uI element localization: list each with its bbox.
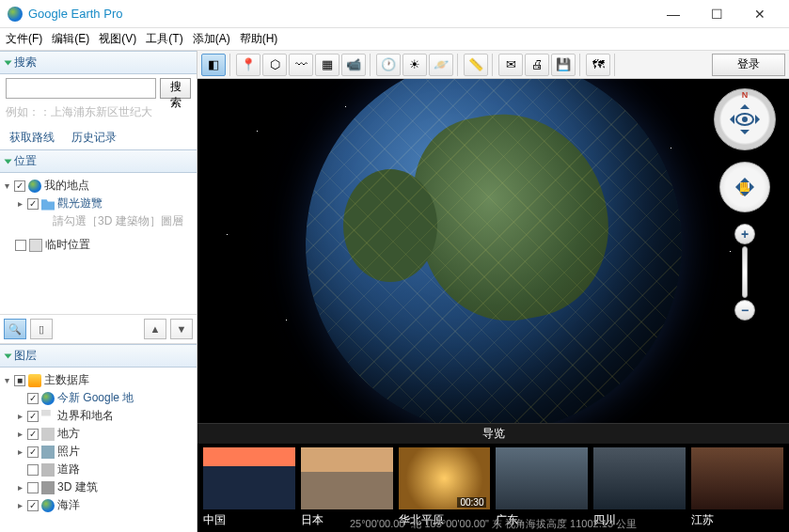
tree-my-places[interactable]: ▾ ✓ 我的地点 — [2, 177, 195, 195]
window-title: Google Earth Pro — [28, 7, 652, 21]
ocean-icon — [41, 499, 55, 512]
path-button[interactable]: 〰 — [289, 54, 313, 76]
layer-item[interactable]: ▸ ✓ 地方 — [2, 425, 195, 443]
flag-icon — [41, 410, 55, 423]
top-toolbar: ◧ 📍 ⬡ 〰 ▦ 📹 🕐 ☀ 🪐 📏 ✉ 🖨 💾 — [197, 51, 789, 79]
pan-control[interactable]: ✋ — [719, 162, 770, 212]
menu-tools[interactable]: 工具(T) — [146, 31, 182, 47]
expander-icon[interactable]: ▸ — [15, 411, 24, 421]
maximize-button[interactable]: ☐ — [695, 0, 738, 28]
history-link[interactable]: 历史记录 — [71, 130, 117, 146]
image-overlay-button[interactable]: ▦ — [315, 54, 339, 76]
checkbox[interactable]: ✓ — [27, 429, 39, 440]
placemark-button[interactable]: 📍 — [236, 54, 260, 76]
sunlight-button[interactable]: ☀ — [402, 54, 427, 76]
tour-title: 导览 — [197, 424, 789, 444]
checkbox[interactable]: ✓ — [27, 393, 39, 404]
checkbox[interactable]: ✓ — [27, 446, 39, 458]
checkbox[interactable] — [27, 482, 39, 493]
panel-search-title: 搜索 — [14, 55, 37, 70]
menu-file[interactable]: 文件(F) — [6, 31, 42, 47]
layer-item[interactable]: ▸ ✓ 海洋 — [2, 496, 195, 514]
maps-button[interactable]: 🗺 — [586, 54, 610, 76]
menu-view[interactable]: 视图(V) — [99, 31, 136, 47]
layer-item[interactable]: ▸ ✓ 边界和地名 — [2, 407, 195, 425]
roads-icon — [41, 463, 55, 477]
history-button[interactable]: 🕐 — [376, 54, 401, 76]
layer-label: 3D 建筑 — [57, 479, 98, 495]
checkbox[interactable]: ✓ — [27, 411, 39, 422]
panel-layers-header[interactable]: 图层 — [0, 344, 197, 368]
nav-controls: ✋ + − — [712, 88, 778, 321]
titlebar: Google Earth Pro — ☐ ✕ — [0, 0, 789, 28]
sightseeing-label: 觀光遊覽 — [57, 196, 103, 211]
panel-places-header[interactable]: 位置 — [0, 149, 197, 173]
expander-icon[interactable]: ▸ — [15, 500, 24, 510]
checkbox[interactable] — [15, 240, 26, 251]
sidebar: 搜索 搜索 例如：：上海浦东新区世纪大 获取路线 历史记录 位置 ▾ ✓ 我的地… — [0, 51, 197, 532]
places-icon — [41, 428, 55, 441]
look-compass[interactable] — [714, 88, 776, 150]
layout-button[interactable]: ▯ — [30, 319, 53, 339]
collapse-icon — [5, 60, 12, 65]
directions-link[interactable]: 获取路线 — [9, 130, 55, 146]
tree-sightseeing-hint: 請勾選［3D 建築物］圖層 — [2, 212, 195, 230]
zoom-in-button[interactable]: + — [734, 224, 755, 244]
expander-icon[interactable]: ▸ — [15, 482, 24, 493]
tree-sightseeing[interactable]: ▸ ✓ 觀光遊覽 — [2, 195, 195, 212]
expander-icon[interactable]: ▾ — [2, 180, 11, 191]
checkbox[interactable]: ✓ — [27, 198, 39, 210]
layer-item[interactable]: ▸ ✓ 照片 — [2, 443, 195, 461]
checkbox[interactable] — [27, 464, 39, 476]
panel-search-body: 搜索 例如：：上海浦东新区世纪大 — [0, 74, 197, 124]
move-down-button[interactable]: ▼ — [170, 319, 193, 339]
close-button[interactable]: ✕ — [738, 0, 781, 28]
tour-bar: 导览 中国 日本 00:30华北平原 广东 四川 江苏 25°00'00.00"… — [197, 423, 789, 532]
collapse-icon — [5, 159, 12, 164]
menu-edit[interactable]: 编辑(E) — [52, 31, 89, 47]
record-tour-button[interactable]: 📹 — [341, 54, 366, 76]
layers-tree: ▾ ■ 主数据库 ✓ 今新 Google 地 ▸ ✓ 边界和地名 ▸ ✓ — [0, 368, 197, 532]
viewport: ◧ 📍 ⬡ 〰 ▦ 📹 🕐 ☀ 🪐 📏 ✉ 🖨 💾 — [197, 51, 789, 532]
layer-label: 海洋 — [57, 497, 80, 513]
earth-icon — [41, 392, 55, 405]
layer-item[interactable]: ▸ 3D 建筑 — [2, 478, 195, 496]
menu-add[interactable]: 添加(A) — [193, 31, 230, 47]
globe[interactable] — [306, 79, 682, 423]
checkbox[interactable]: ✓ — [27, 500, 39, 511]
globe-view[interactable]: ✋ + − — [197, 79, 789, 423]
tree-primary-db[interactable]: ▾ ■ 主数据库 — [2, 371, 195, 389]
places-tree: ▾ ✓ 我的地点 ▸ ✓ 觀光遊覽 請勾選［3D 建築物］圖層 临时位置 — [0, 173, 197, 258]
move-up-button[interactable]: ▲ — [144, 319, 166, 339]
print-button[interactable]: 🖨 — [525, 54, 549, 76]
email-button[interactable]: ✉ — [498, 54, 523, 76]
database-icon — [28, 374, 41, 387]
search-places-button[interactable]: 🔍 — [4, 319, 26, 339]
menu-help[interactable]: 帮助(H) — [240, 31, 278, 47]
layer-item[interactable]: ✓ 今新 Google 地 — [2, 389, 195, 407]
polygon-button[interactable]: ⬡ — [262, 54, 287, 76]
checkbox[interactable]: ■ — [14, 375, 25, 386]
checkbox[interactable]: ✓ — [14, 180, 25, 192]
layer-item[interactable]: 道路 — [2, 461, 195, 478]
places-toolbar: 🔍 ▯ ▲ ▼ — [0, 314, 197, 344]
zoom-control: + − — [734, 224, 755, 321]
login-button[interactable]: 登录 — [712, 54, 785, 76]
search-input[interactable] — [6, 78, 156, 99]
zoom-out-button[interactable]: − — [734, 300, 755, 321]
sidebar-toggle-button[interactable]: ◧ — [201, 54, 226, 76]
panel-search-header[interactable]: 搜索 — [0, 51, 197, 74]
zoom-slider[interactable] — [742, 246, 748, 298]
expander-icon[interactable]: ▸ — [15, 446, 24, 457]
folder-icon — [41, 197, 55, 211]
save-image-button[interactable]: 💾 — [551, 54, 576, 76]
app-icon — [8, 7, 23, 22]
expander-icon[interactable]: ▸ — [15, 429, 24, 439]
minimize-button[interactable]: — — [652, 0, 695, 28]
ruler-button[interactable]: 📏 — [464, 54, 488, 76]
tree-temp-places[interactable]: 临时位置 — [2, 236, 195, 254]
expander-icon[interactable]: ▸ — [15, 198, 24, 209]
search-button[interactable]: 搜索 — [160, 78, 191, 99]
expander-icon[interactable]: ▾ — [2, 375, 11, 385]
planet-button[interactable]: 🪐 — [429, 54, 453, 76]
